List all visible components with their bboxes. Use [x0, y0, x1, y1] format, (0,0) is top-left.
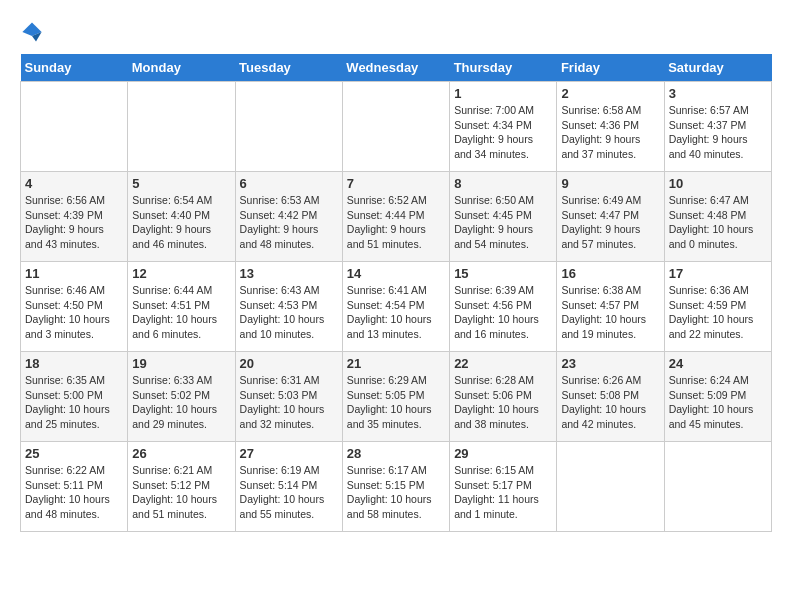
day-info: Sunrise: 6:53 AM Sunset: 4:42 PM Dayligh… — [240, 193, 338, 252]
day-number: 7 — [347, 176, 445, 191]
day-info: Sunrise: 6:31 AM Sunset: 5:03 PM Dayligh… — [240, 373, 338, 432]
day-cell: 24Sunrise: 6:24 AM Sunset: 5:09 PM Dayli… — [664, 352, 771, 442]
day-info: Sunrise: 6:43 AM Sunset: 4:53 PM Dayligh… — [240, 283, 338, 342]
day-info: Sunrise: 6:52 AM Sunset: 4:44 PM Dayligh… — [347, 193, 445, 252]
day-number: 20 — [240, 356, 338, 371]
calendar-table: SundayMondayTuesdayWednesdayThursdayFrid… — [20, 54, 772, 532]
day-header-thursday: Thursday — [450, 54, 557, 82]
day-number: 1 — [454, 86, 552, 101]
day-info: Sunrise: 6:39 AM Sunset: 4:56 PM Dayligh… — [454, 283, 552, 342]
day-number: 6 — [240, 176, 338, 191]
day-number: 22 — [454, 356, 552, 371]
day-cell — [664, 442, 771, 532]
day-cell: 29Sunrise: 6:15 AM Sunset: 5:17 PM Dayli… — [450, 442, 557, 532]
day-cell: 27Sunrise: 6:19 AM Sunset: 5:14 PM Dayli… — [235, 442, 342, 532]
day-number: 16 — [561, 266, 659, 281]
day-number: 11 — [25, 266, 123, 281]
day-number: 25 — [25, 446, 123, 461]
day-cell: 22Sunrise: 6:28 AM Sunset: 5:06 PM Dayli… — [450, 352, 557, 442]
day-cell: 6Sunrise: 6:53 AM Sunset: 4:42 PM Daylig… — [235, 172, 342, 262]
week-row-2: 4Sunrise: 6:56 AM Sunset: 4:39 PM Daylig… — [21, 172, 772, 262]
day-cell: 26Sunrise: 6:21 AM Sunset: 5:12 PM Dayli… — [128, 442, 235, 532]
day-number: 27 — [240, 446, 338, 461]
day-cell: 21Sunrise: 6:29 AM Sunset: 5:05 PM Dayli… — [342, 352, 449, 442]
day-number: 19 — [132, 356, 230, 371]
day-info: Sunrise: 6:19 AM Sunset: 5:14 PM Dayligh… — [240, 463, 338, 522]
day-cell: 8Sunrise: 6:50 AM Sunset: 4:45 PM Daylig… — [450, 172, 557, 262]
day-info: Sunrise: 6:47 AM Sunset: 4:48 PM Dayligh… — [669, 193, 767, 252]
day-info: Sunrise: 6:56 AM Sunset: 4:39 PM Dayligh… — [25, 193, 123, 252]
day-cell: 23Sunrise: 6:26 AM Sunset: 5:08 PM Dayli… — [557, 352, 664, 442]
day-info: Sunrise: 6:28 AM Sunset: 5:06 PM Dayligh… — [454, 373, 552, 432]
day-cell: 11Sunrise: 6:46 AM Sunset: 4:50 PM Dayli… — [21, 262, 128, 352]
day-info: Sunrise: 6:41 AM Sunset: 4:54 PM Dayligh… — [347, 283, 445, 342]
day-header-wednesday: Wednesday — [342, 54, 449, 82]
day-info: Sunrise: 6:46 AM Sunset: 4:50 PM Dayligh… — [25, 283, 123, 342]
day-cell: 2Sunrise: 6:58 AM Sunset: 4:36 PM Daylig… — [557, 82, 664, 172]
day-cell: 12Sunrise: 6:44 AM Sunset: 4:51 PM Dayli… — [128, 262, 235, 352]
day-number: 2 — [561, 86, 659, 101]
day-cell: 1Sunrise: 7:00 AM Sunset: 4:34 PM Daylig… — [450, 82, 557, 172]
day-number: 15 — [454, 266, 552, 281]
day-cell — [128, 82, 235, 172]
day-cell: 20Sunrise: 6:31 AM Sunset: 5:03 PM Dayli… — [235, 352, 342, 442]
week-row-4: 18Sunrise: 6:35 AM Sunset: 5:00 PM Dayli… — [21, 352, 772, 442]
week-row-3: 11Sunrise: 6:46 AM Sunset: 4:50 PM Dayli… — [21, 262, 772, 352]
days-header-row: SundayMondayTuesdayWednesdayThursdayFrid… — [21, 54, 772, 82]
day-cell: 17Sunrise: 6:36 AM Sunset: 4:59 PM Dayli… — [664, 262, 771, 352]
day-info: Sunrise: 6:58 AM Sunset: 4:36 PM Dayligh… — [561, 103, 659, 162]
day-number: 21 — [347, 356, 445, 371]
week-row-5: 25Sunrise: 6:22 AM Sunset: 5:11 PM Dayli… — [21, 442, 772, 532]
day-info: Sunrise: 6:24 AM Sunset: 5:09 PM Dayligh… — [669, 373, 767, 432]
day-info: Sunrise: 7:00 AM Sunset: 4:34 PM Dayligh… — [454, 103, 552, 162]
day-info: Sunrise: 6:26 AM Sunset: 5:08 PM Dayligh… — [561, 373, 659, 432]
day-number: 13 — [240, 266, 338, 281]
day-info: Sunrise: 6:22 AM Sunset: 5:11 PM Dayligh… — [25, 463, 123, 522]
day-cell: 18Sunrise: 6:35 AM Sunset: 5:00 PM Dayli… — [21, 352, 128, 442]
day-number: 28 — [347, 446, 445, 461]
day-number: 12 — [132, 266, 230, 281]
day-number: 14 — [347, 266, 445, 281]
day-number: 5 — [132, 176, 230, 191]
day-cell: 28Sunrise: 6:17 AM Sunset: 5:15 PM Dayli… — [342, 442, 449, 532]
day-cell: 25Sunrise: 6:22 AM Sunset: 5:11 PM Dayli… — [21, 442, 128, 532]
day-cell — [342, 82, 449, 172]
day-number: 3 — [669, 86, 767, 101]
day-number: 29 — [454, 446, 552, 461]
day-cell: 7Sunrise: 6:52 AM Sunset: 4:44 PM Daylig… — [342, 172, 449, 262]
day-cell: 5Sunrise: 6:54 AM Sunset: 4:40 PM Daylig… — [128, 172, 235, 262]
day-number: 23 — [561, 356, 659, 371]
day-info: Sunrise: 6:29 AM Sunset: 5:05 PM Dayligh… — [347, 373, 445, 432]
day-cell: 13Sunrise: 6:43 AM Sunset: 4:53 PM Dayli… — [235, 262, 342, 352]
day-number: 18 — [25, 356, 123, 371]
day-cell: 16Sunrise: 6:38 AM Sunset: 4:57 PM Dayli… — [557, 262, 664, 352]
day-number: 4 — [25, 176, 123, 191]
day-cell: 4Sunrise: 6:56 AM Sunset: 4:39 PM Daylig… — [21, 172, 128, 262]
day-cell — [21, 82, 128, 172]
day-header-monday: Monday — [128, 54, 235, 82]
day-info: Sunrise: 6:36 AM Sunset: 4:59 PM Dayligh… — [669, 283, 767, 342]
day-number: 26 — [132, 446, 230, 461]
day-info: Sunrise: 6:38 AM Sunset: 4:57 PM Dayligh… — [561, 283, 659, 342]
day-cell — [557, 442, 664, 532]
header — [20, 20, 772, 44]
day-info: Sunrise: 6:33 AM Sunset: 5:02 PM Dayligh… — [132, 373, 230, 432]
day-header-tuesday: Tuesday — [235, 54, 342, 82]
day-cell: 9Sunrise: 6:49 AM Sunset: 4:47 PM Daylig… — [557, 172, 664, 262]
day-info: Sunrise: 6:15 AM Sunset: 5:17 PM Dayligh… — [454, 463, 552, 522]
day-cell: 19Sunrise: 6:33 AM Sunset: 5:02 PM Dayli… — [128, 352, 235, 442]
day-cell: 10Sunrise: 6:47 AM Sunset: 4:48 PM Dayli… — [664, 172, 771, 262]
day-number: 10 — [669, 176, 767, 191]
week-row-1: 1Sunrise: 7:00 AM Sunset: 4:34 PM Daylig… — [21, 82, 772, 172]
day-cell: 15Sunrise: 6:39 AM Sunset: 4:56 PM Dayli… — [450, 262, 557, 352]
logo-icon — [20, 20, 44, 44]
day-cell: 3Sunrise: 6:57 AM Sunset: 4:37 PM Daylig… — [664, 82, 771, 172]
logo — [20, 20, 48, 44]
day-cell: 14Sunrise: 6:41 AM Sunset: 4:54 PM Dayli… — [342, 262, 449, 352]
day-info: Sunrise: 6:54 AM Sunset: 4:40 PM Dayligh… — [132, 193, 230, 252]
day-number: 24 — [669, 356, 767, 371]
day-number: 9 — [561, 176, 659, 191]
day-info: Sunrise: 6:49 AM Sunset: 4:47 PM Dayligh… — [561, 193, 659, 252]
day-info: Sunrise: 6:35 AM Sunset: 5:00 PM Dayligh… — [25, 373, 123, 432]
day-info: Sunrise: 6:57 AM Sunset: 4:37 PM Dayligh… — [669, 103, 767, 162]
